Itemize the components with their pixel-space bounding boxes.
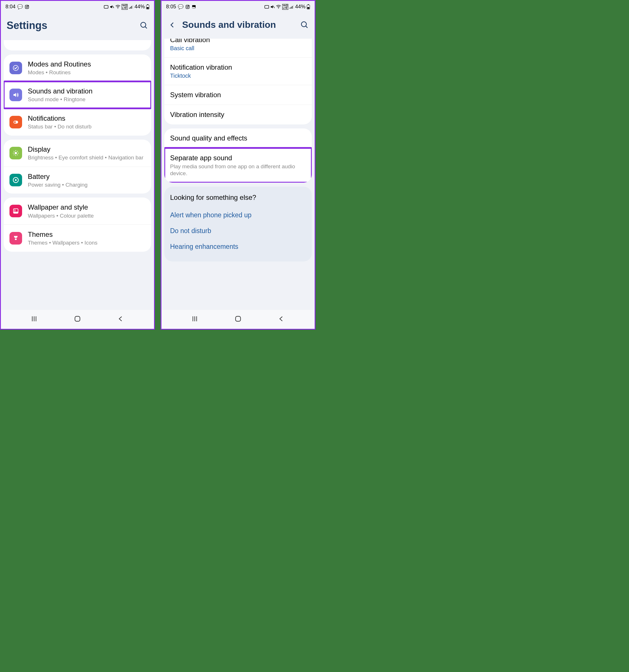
row-sub: Status bar • Do not disturb (28, 123, 145, 130)
row-sub: Play media sound from one app on a diffe… (170, 163, 306, 177)
settings-group-3: Wallpaper and style Wallpapers • Colour … (4, 197, 151, 252)
instagram-icon (25, 5, 29, 9)
home-button[interactable] (74, 315, 81, 322)
search-button[interactable] (300, 21, 309, 29)
mute-icon (110, 5, 114, 9)
status-bar: 8:04 💬 Vo))LTE 44% (1, 1, 154, 11)
row-title: Sounds and vibration (28, 87, 145, 95)
svg-line-23 (14, 151, 14, 152)
row-sounds[interactable]: Sounds and vibration Sound mode • Ringto… (4, 81, 151, 109)
link-do-not-disturb[interactable]: Do not disturb (170, 223, 306, 239)
svg-rect-3 (104, 5, 108, 8)
row-title: Call vibration (170, 39, 306, 44)
battery-percent: 44% (135, 4, 145, 10)
row-vibration-intensity[interactable]: Vibration intensity (164, 105, 312, 124)
row-wallpaper[interactable]: Wallpaper and style Wallpapers • Colour … (4, 197, 151, 224)
svg-line-51 (306, 26, 307, 27)
mute-icon (270, 5, 275, 9)
status-right: Vo))LTE 44% (264, 4, 310, 10)
svg-line-41 (273, 6, 275, 8)
gallery-icon (192, 5, 196, 9)
row-modes[interactable]: Modes and Routines Modes • Routines (4, 54, 151, 81)
row-notif-vibration[interactable]: Notification vibration Ticktock (164, 57, 312, 85)
status-bar: 8:05 💬 Vo))LTE 44% (162, 1, 314, 11)
svg-rect-7 (130, 7, 131, 8)
status-right: Vo))LTE 44% (104, 4, 149, 10)
vibration-group: Call vibration Basic call Notification v… (164, 39, 312, 124)
svg-point-2 (28, 5, 28, 6)
looking-for-card: Looking for something else? Alert when p… (164, 187, 312, 261)
svg-rect-46 (293, 5, 294, 8)
recents-button[interactable] (30, 315, 38, 322)
row-sub: Modes • Routines (28, 69, 145, 76)
nav-bar (1, 310, 154, 329)
row-value: Basic call (170, 45, 306, 52)
row-call-vibration[interactable]: Call vibration Basic call (164, 39, 312, 57)
row-title: Display (28, 145, 145, 154)
battery-icon (146, 4, 149, 9)
row-title: Battery (28, 172, 145, 181)
svg-point-38 (188, 5, 189, 6)
back-button[interactable] (117, 315, 124, 322)
svg-point-42 (278, 8, 279, 8)
row-title: Notification vibration (170, 63, 306, 71)
row-sound-quality[interactable]: Sound quality and effects (164, 128, 312, 148)
svg-rect-12 (147, 7, 149, 9)
sounds-list[interactable]: Call vibration Basic call Notification v… (162, 39, 314, 310)
row-display[interactable]: Display Brightness • Eye comfort shield … (4, 140, 151, 167)
svg-point-1 (26, 6, 27, 7)
signal-icon (129, 5, 133, 9)
svg-rect-43 (290, 8, 290, 8)
svg-rect-45 (292, 6, 293, 8)
wallpaper-icon (9, 205, 22, 217)
instagram-icon (185, 5, 190, 9)
status-time: 8:05 (166, 4, 176, 10)
link-alert-picked-up[interactable]: Alert when phone picked up (170, 207, 306, 223)
svg-rect-31 (15, 238, 17, 239)
row-separate-app-sound[interactable]: Separate app sound Play media sound from… (164, 148, 312, 183)
wifi-icon (115, 5, 120, 9)
chat-icon: 💬 (178, 4, 184, 9)
row-battery[interactable]: Battery Power saving • Charging (4, 167, 151, 194)
row-themes[interactable]: Themes Themes • Wallpapers • Icons (4, 224, 151, 252)
phone-sounds: 8:05 💬 Vo))LTE 44% Sounds and vibration (161, 0, 316, 330)
row-title: Modes and Routines (28, 59, 145, 69)
battery-row-icon (9, 174, 22, 186)
display-icon (9, 147, 22, 160)
svg-line-26 (17, 151, 18, 152)
back-arrow[interactable] (167, 22, 178, 28)
back-button[interactable] (278, 315, 285, 322)
svg-rect-55 (235, 316, 240, 321)
card-icon (104, 5, 109, 9)
modes-icon (9, 62, 22, 74)
svg-rect-44 (291, 7, 292, 8)
sound-effects-group: Sound quality and effects Separate app s… (164, 128, 312, 183)
page-title: Settings (7, 20, 47, 31)
row-sub: Wallpapers • Colour palette (28, 212, 145, 220)
settings-list[interactable]: Modes and Routines Modes • Routines Soun… (1, 40, 154, 310)
card-icon (264, 5, 269, 9)
settings-group-1: Modes and Routines Modes • Routines Soun… (4, 54, 151, 136)
svg-point-30 (14, 210, 16, 211)
row-sub: Themes • Wallpapers • Icons (28, 239, 145, 246)
home-button[interactable] (234, 315, 242, 322)
page-title: Sounds and vibration (182, 20, 276, 30)
wifi-icon (276, 5, 281, 9)
svg-rect-8 (131, 6, 132, 8)
row-sub: Brightness • Eye comfort shield • Naviga… (28, 154, 145, 161)
header: Sounds and vibration (162, 11, 314, 39)
search-button[interactable] (140, 21, 148, 30)
row-title: Notifications (28, 114, 145, 123)
svg-line-25 (14, 154, 14, 155)
recents-button[interactable] (191, 315, 199, 322)
link-hearing-enhancements[interactable]: Hearing enhancements (170, 239, 306, 255)
row-notifications[interactable]: Notifications Status bar • Do not distur… (4, 109, 151, 136)
row-value: Ticktock (170, 73, 306, 79)
settings-group-2: Display Brightness • Eye comfort shield … (4, 140, 151, 194)
svg-point-5 (118, 8, 118, 8)
themes-icon (9, 232, 22, 244)
nav-bar (162, 310, 314, 329)
speaker-icon (9, 89, 22, 101)
row-system-vibration[interactable]: System vibration (164, 85, 312, 105)
svg-line-14 (145, 27, 147, 28)
